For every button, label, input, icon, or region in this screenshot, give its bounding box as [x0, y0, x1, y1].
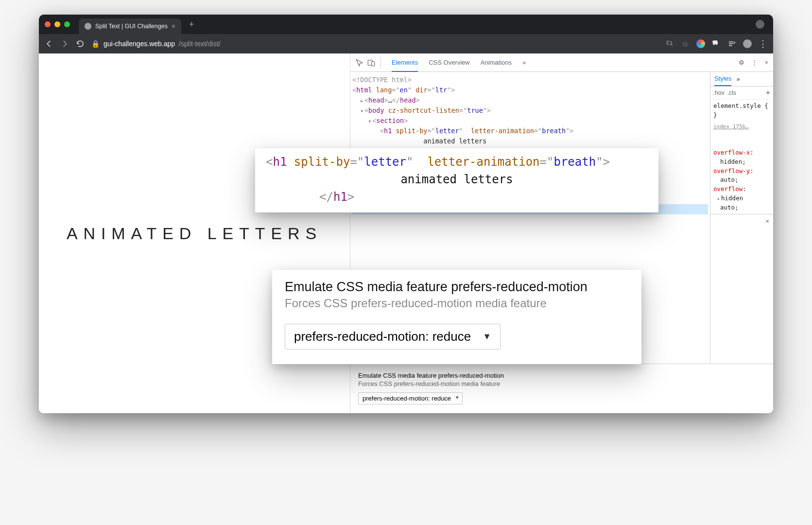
media-icon[interactable]	[727, 39, 736, 48]
toolbar-extensions: ☆ ⋮	[665, 39, 767, 48]
dom-h1[interactable]: <h1 split-by="letter" letter-animation="…	[352, 126, 708, 136]
svg-rect-1	[372, 61, 375, 66]
browser-menu-icon[interactable]: ⋮	[759, 39, 767, 48]
browser-tabbar: Split Text | GUI Challenges × +	[39, 15, 773, 34]
chevron-down-icon: ▼	[483, 332, 491, 342]
address-bar[interactable]: 🔒 gui-challenges.web.app/split-text/dist…	[91, 40, 221, 48]
dom-head[interactable]: <head>…</head>	[352, 95, 708, 105]
styles-hov[interactable]: :hov	[713, 89, 725, 96]
browser-toolbar: 🔒 gui-challenges.web.app/split-text/dist…	[39, 34, 773, 53]
dom-h1-text[interactable]: animated letters	[352, 136, 708, 146]
profile-shield-icon[interactable]	[756, 20, 764, 29]
devtools-tabbar: Elements CSS Overview Animations » ⚙ ⋮ ×	[350, 53, 773, 72]
drawer-select[interactable]: prefers-reduced-motion: reduce	[358, 392, 463, 404]
window-controls	[45, 21, 70, 27]
callout-rendering-panel: Emulate CSS media feature prefers-reduce…	[272, 270, 641, 364]
minimize-icon[interactable]	[54, 21, 60, 27]
inspect-element-icon[interactable]	[355, 58, 364, 67]
dom-body[interactable]: <body cz-shortcut-listen="true">	[352, 105, 708, 116]
extensions-puzzle-icon[interactable]	[712, 39, 721, 48]
style-source[interactable]: index 175b…	[713, 123, 770, 131]
dom-section[interactable]: <section>	[352, 116, 708, 126]
devtools-tab-more[interactable]: »	[522, 53, 526, 71]
callout-render-option: prefers-reduced-motion: reduce	[294, 329, 471, 344]
new-tab-button[interactable]: +	[185, 19, 198, 30]
callout-render-select[interactable]: prefers-reduced-motion: reduce ▼	[285, 324, 501, 350]
devtools-close-icon[interactable]: ×	[764, 59, 768, 66]
extension-color-icon[interactable]	[696, 39, 705, 48]
device-toggle-icon[interactable]	[367, 58, 376, 67]
fullscreen-icon[interactable]	[64, 21, 70, 27]
page-heading: ANIMATED LETTERS	[67, 224, 322, 243]
callout-render-title: Emulate CSS media feature prefers-reduce…	[285, 280, 629, 295]
styles-cls[interactable]: .cls	[727, 89, 736, 96]
brace-close: }	[713, 111, 770, 120]
dom-doctype: <!DOCTYPE html>	[352, 75, 708, 85]
devtools-tab-animations[interactable]: Animations	[481, 53, 512, 71]
devtools-tab-css-overview[interactable]: CSS Overview	[429, 53, 470, 71]
tab-close-icon[interactable]: ×	[172, 22, 175, 30]
styles-pane: Styles » :hov .cls + element.style { } i…	[710, 72, 773, 364]
styles-add-rule-icon[interactable]: +	[766, 88, 770, 97]
rendering-drawer: Emulate CSS media feature prefers-reduce…	[350, 364, 773, 413]
styles-tab[interactable]: Styles	[714, 72, 731, 86]
lock-icon: 🔒	[91, 40, 100, 48]
callout-code-snippet: <h1 split-by="letter" letter-animation="…	[255, 148, 658, 212]
tab-title: Split Text | GUI Challenges	[95, 23, 168, 30]
forward-button[interactable]	[60, 39, 69, 48]
back-button[interactable]	[45, 39, 53, 48]
drawer-title: Emulate CSS media feature prefers-reduce…	[358, 372, 765, 379]
styles-rules[interactable]: element.style { } index 175b… overflow-x…	[710, 100, 773, 214]
browser-tab[interactable]: Split Text | GUI Challenges ×	[79, 18, 181, 34]
drawer-desc: Forces CSS prefers-reduced-motion media …	[358, 380, 765, 387]
profile-avatar-icon[interactable]	[743, 39, 752, 48]
reload-button[interactable]	[76, 39, 85, 48]
url-domain: gui-challenges.web.app	[104, 40, 175, 48]
favicon-icon	[85, 23, 91, 30]
devtools-settings-icon[interactable]: ⚙	[739, 59, 744, 66]
styles-pane-close-icon[interactable]: ×	[765, 217, 769, 225]
dom-html-open[interactable]: <html lang="en" dir="ltr">	[352, 85, 708, 95]
styles-more-icon[interactable]: »	[736, 75, 740, 83]
devtools-menu-icon[interactable]: ⋮	[751, 59, 758, 66]
url-path: /split-text/dist/	[179, 40, 221, 48]
callout-render-desc: Forces CSS prefers-reduced-motion media …	[285, 297, 629, 310]
translate-icon[interactable]	[665, 39, 674, 48]
element-style-label: element.style {	[713, 102, 770, 111]
devtools-tab-elements[interactable]: Elements	[392, 53, 418, 71]
bookmark-star-icon[interactable]: ☆	[681, 39, 690, 48]
close-icon[interactable]	[45, 21, 51, 27]
